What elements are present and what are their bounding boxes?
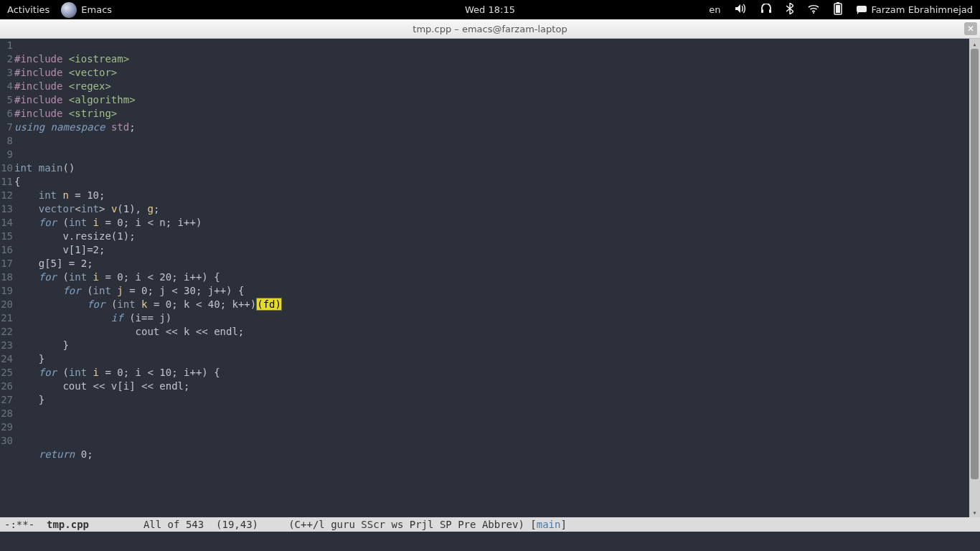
volume-icon[interactable] <box>735 4 746 16</box>
close-icon: ✕ <box>967 24 974 34</box>
modeline-filename: tmp.cpp <box>47 519 89 530</box>
code-fold-marker[interactable]: (fd) <box>256 298 282 311</box>
scroll-up-arrow[interactable]: ▴ <box>969 39 980 49</box>
input-language[interactable]: en <box>709 4 720 15</box>
emacs-minibuffer[interactable] <box>0 532 980 551</box>
user-menu[interactable]: Farzam Ebrahimnejad <box>857 4 973 15</box>
svg-rect-5 <box>836 5 840 13</box>
clock[interactable]: Wed 18:15 <box>465 4 515 15</box>
gnome-topbar: Activities Emacs Wed 18:15 en Farzam Ebr… <box>0 0 980 19</box>
svg-rect-4 <box>837 2 839 4</box>
svg-rect-6 <box>857 6 867 12</box>
window-titlebar: tmp.cpp – emacs@farzam-laptop ✕ <box>0 19 980 39</box>
appmenu[interactable]: Emacs <box>61 2 112 18</box>
wifi-icon[interactable] <box>808 4 819 16</box>
chat-icon <box>857 6 867 14</box>
svg-rect-1 <box>769 9 771 13</box>
emacs-modeline[interactable]: -:**- tmp.cpp All of 543 (19,43) (C++/l … <box>0 517 980 532</box>
user-name-label: Farzam Ebrahimnejad <box>871 4 973 15</box>
svg-point-2 <box>813 12 814 14</box>
bluetooth-icon[interactable] <box>786 3 793 17</box>
modeline-vc: main <box>537 519 561 530</box>
appmenu-label: Emacs <box>81 4 112 15</box>
scroll-down-arrow[interactable]: ▾ <box>969 507 980 517</box>
headphone-icon[interactable] <box>760 4 772 16</box>
vertical-scrollbar[interactable]: ▴ ▾ <box>969 39 980 517</box>
battery-icon[interactable] <box>834 2 842 17</box>
svg-rect-0 <box>761 9 763 13</box>
window-title: tmp.cpp – emacs@farzam-laptop <box>413 24 567 34</box>
system-tray: en Farzam Ebrahimnejad <box>709 2 973 17</box>
activities-button[interactable]: Activities <box>7 4 50 15</box>
line-number-gutter: 1 2 3 4 5 6 7 8 9 10 11 12 13 14 15 16 1… <box>0 39 14 517</box>
code-content[interactable]: #include <iostream> #include <vector> #i… <box>14 39 969 517</box>
emacs-icon <box>61 2 77 18</box>
window-close-button[interactable]: ✕ <box>964 22 977 35</box>
editor-area[interactable]: 1 2 3 4 5 6 7 8 9 10 11 12 13 14 15 16 1… <box>0 39 980 517</box>
scrollbar-thumb[interactable] <box>971 49 979 479</box>
